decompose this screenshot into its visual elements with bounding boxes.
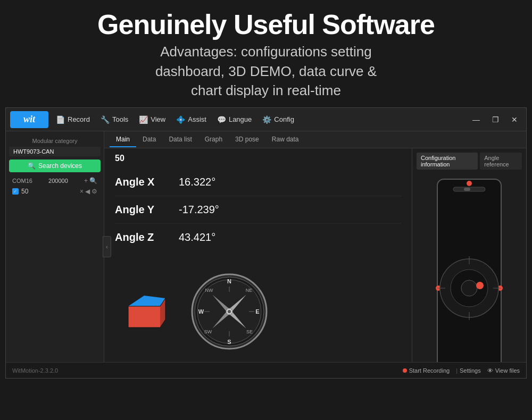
svg-text:E: E <box>255 308 259 315</box>
content-panel: Main Data Data list Graph 3D pose Raw da… <box>104 131 526 362</box>
sensor-area: 50 Angle X 16.322° Angle Y -17.239° <box>104 148 526 362</box>
svg-point-26 <box>467 181 472 186</box>
angle-y-label: Angle Y <box>115 204 179 216</box>
langue-icon: 💬 <box>217 115 226 124</box>
menu-bar: 📄 Record 🔧 Tools 📈 View 💠 Assist 💬 Langu… <box>51 113 469 126</box>
version-label: WitMotion-2.3.2.0 <box>12 367 58 374</box>
hero-title: Genuinely Useful Software <box>11 10 521 40</box>
config-info-tab[interactable]: Configuration information <box>417 153 478 170</box>
right-panel: Configuration information Angle referenc… <box>412 148 526 362</box>
settings-small-icon[interactable]: ⚙ <box>92 188 97 195</box>
angle-x-label: Angle X <box>115 176 179 188</box>
settings-button[interactable]: | Settings <box>456 367 481 374</box>
start-recording-button[interactable]: Start Recording <box>403 367 450 374</box>
main-content: Modular category HWT9073-CAN 🔍 Search de… <box>6 131 526 362</box>
device-actions: × ◀ ⚙ <box>80 188 97 195</box>
tab-3d-pose[interactable]: 3D pose <box>229 132 265 147</box>
svg-text:N: N <box>227 278 231 284</box>
orientation-svg <box>421 174 517 362</box>
menu-assist[interactable]: 💠 Assist <box>171 113 212 126</box>
svg-marker-0 <box>128 306 160 327</box>
device-row: ✓ 50 × ◀ ⚙ <box>9 186 101 197</box>
view-files-button[interactable]: 👁 View files <box>487 367 520 374</box>
com-actions: + 🔍 <box>84 177 97 184</box>
maximize-button[interactable]: ❐ <box>488 112 503 127</box>
hero-section: Genuinely Useful Software Advantages: co… <box>0 0 532 107</box>
bottom-actions: Start Recording | Settings 👁 View files <box>403 367 520 374</box>
angle-x-row: Angle X 16.322° <box>115 169 401 196</box>
tab-graph[interactable]: Graph <box>198 132 229 147</box>
svg-point-32 <box>461 280 477 296</box>
menu-tools[interactable]: 🔧 Tools <box>95 113 134 126</box>
hero-subtitle: Advantages: configurations setting dashb… <box>11 42 521 100</box>
svg-text:W: W <box>198 308 204 315</box>
window-controls: — ❐ ✕ <box>469 112 522 127</box>
tabs-bar: Main Data Data list Graph 3D pose Raw da… <box>104 131 526 148</box>
svg-text:NW: NW <box>205 288 213 293</box>
assist-icon: 💠 <box>176 115 185 124</box>
config-icon: ⚙️ <box>262 115 271 124</box>
svg-rect-39 <box>464 188 470 191</box>
search-small-icon[interactable]: 🔍 <box>89 177 97 184</box>
angle-y-row: Angle Y -17.239° <box>115 196 401 224</box>
cube-svg <box>112 282 176 346</box>
tab-data-list[interactable]: Data list <box>162 132 198 147</box>
device-checkbox[interactable]: ✓ <box>12 188 19 195</box>
compass-display: N E S W NE SE SW NW <box>189 272 269 351</box>
close-button[interactable]: ✕ <box>507 112 522 127</box>
menu-view[interactable]: 📈 View <box>134 113 171 126</box>
angle-z-row: Angle Z 43.421° <box>115 224 401 251</box>
angle-y-value: -17.239° <box>179 204 219 216</box>
add-icon[interactable]: + <box>84 177 88 184</box>
logo-button[interactable]: wit <box>10 111 48 128</box>
com-baud: 200000 <box>48 178 68 184</box>
record-icon: 📄 <box>56 115 65 124</box>
visuals-area: N E S W NE SE SW NW <box>104 261 412 362</box>
sidebar-category-label: Modular category <box>9 136 101 145</box>
orientation-gauge <box>417 174 522 362</box>
angle-x-value: 16.322° <box>179 176 215 188</box>
angle-z-value: 43.421° <box>179 231 215 243</box>
svg-point-33 <box>476 282 484 289</box>
sensor-data-panel: 50 Angle X 16.322° Angle Y -17.239° <box>104 148 412 261</box>
title-bar: wit 📄 Record 🔧 Tools 📈 View 💠 Assist 💬 L… <box>6 108 526 131</box>
arrow-icon[interactable]: ◀ <box>85 188 90 195</box>
close-small-icon[interactable]: × <box>80 188 84 195</box>
sidebar-collapse-button[interactable]: ‹ <box>103 236 111 257</box>
menu-config[interactable]: ⚙️ Config <box>257 113 300 126</box>
tools-icon: 🔧 <box>101 115 110 124</box>
right-panel-tabs: Configuration information Angle referenc… <box>417 153 522 170</box>
record-dot-icon <box>403 368 407 373</box>
device-id: 50 <box>21 188 28 195</box>
angle-ref-tab[interactable]: Angle reference <box>480 153 522 170</box>
svg-point-24 <box>228 310 231 313</box>
eye-icon: 👁 <box>487 367 493 374</box>
3d-cube-display <box>110 277 179 351</box>
sidebar: Modular category HWT9073-CAN 🔍 Search de… <box>6 131 104 362</box>
svg-marker-1 <box>128 296 165 306</box>
search-devices-button[interactable]: 🔍 Search devices <box>9 159 101 172</box>
minimize-button[interactable]: — <box>469 112 484 127</box>
menu-langue[interactable]: 💬 Langue <box>212 113 257 126</box>
bottom-bar: WitMotion-2.3.2.0 Start Recording | Sett… <box>6 362 526 378</box>
view-icon: 📈 <box>139 115 148 124</box>
com-label: COM16 <box>12 178 32 184</box>
logo-text: wit <box>23 114 35 125</box>
tab-data[interactable]: Data <box>136 132 162 147</box>
search-icon: 🔍 <box>28 162 36 170</box>
settings-sep: | <box>456 367 458 374</box>
svg-text:NE: NE <box>246 288 253 293</box>
svg-text:SE: SE <box>246 329 253 334</box>
svg-text:S: S <box>227 339 231 345</box>
tab-raw-data[interactable]: Raw data <box>265 132 305 147</box>
tab-main[interactable]: Main <box>110 132 136 147</box>
svg-text:SW: SW <box>204 329 212 334</box>
compass-svg: N E S W NE SE SW NW <box>189 272 269 351</box>
angle-table: Angle X 16.322° Angle Y -17.239° Angle Z… <box>115 169 401 251</box>
angle-z-label: Angle Z <box>115 231 179 243</box>
com-port-row: COM16 200000 + 🔍 <box>9 175 101 186</box>
sidebar-device-name: HWT9073-CAN <box>9 147 101 156</box>
app-window: wit 📄 Record 🔧 Tools 📈 View 💠 Assist 💬 L… <box>5 107 527 379</box>
menu-record[interactable]: 📄 Record <box>51 113 95 126</box>
sensor-id: 50 <box>115 154 401 163</box>
